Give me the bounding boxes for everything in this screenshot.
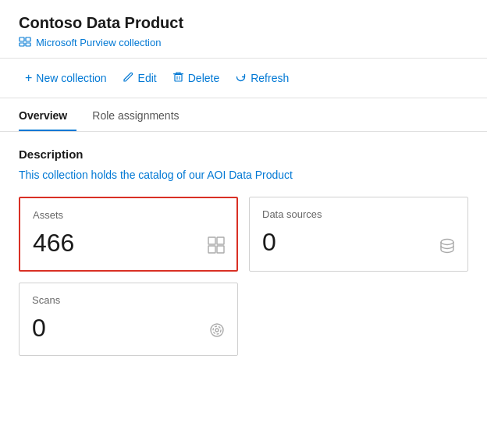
svg-point-14 <box>213 326 221 334</box>
svg-rect-1 <box>26 37 30 41</box>
refresh-label: Refresh <box>251 72 289 84</box>
scans-label: Scans <box>32 294 225 306</box>
new-collection-label: New collection <box>36 72 106 84</box>
data-sources-value: 0 <box>262 228 455 257</box>
svg-rect-9 <box>217 237 224 244</box>
tabs-bar: Overview Role assignments <box>0 101 487 132</box>
refresh-icon <box>235 71 247 85</box>
scans-card: Scans 0 <box>19 283 238 356</box>
svg-rect-0 <box>20 37 24 41</box>
assets-card: Assets 466 <box>19 197 238 272</box>
svg-point-15 <box>215 329 219 332</box>
delete-icon <box>172 71 184 85</box>
tab-overview[interactable]: Overview <box>19 101 76 131</box>
svg-rect-8 <box>208 237 215 244</box>
page-title: Contoso Data Product <box>19 14 468 32</box>
content-area: Description This collection holds the ca… <box>0 132 487 372</box>
svg-rect-5 <box>175 75 182 82</box>
svg-rect-3 <box>26 43 30 46</box>
page-header: Contoso Data Product Microsoft Purview c… <box>0 0 487 59</box>
description-heading: Description <box>19 148 468 161</box>
assets-label: Assets <box>33 209 224 221</box>
toolbar: + New collection Edit Delete <box>0 59 487 98</box>
data-sources-label: Data sources <box>262 208 455 220</box>
svg-rect-10 <box>208 246 215 253</box>
description-text: This collection holds the catalog of our… <box>19 169 468 181</box>
tab-role-assignments[interactable]: Role assignments <box>92 101 188 131</box>
svg-point-12 <box>441 240 453 245</box>
svg-rect-11 <box>217 246 224 253</box>
scans-icon <box>208 321 226 344</box>
plus-icon: + <box>25 71 32 85</box>
assets-value: 466 <box>33 229 224 258</box>
subtitle-text: Microsoft Purview collection <box>36 37 161 48</box>
scans-value: 0 <box>32 314 225 343</box>
delete-button[interactable]: Delete <box>166 66 226 90</box>
page-subtitle: Microsoft Purview collection <box>19 35 468 50</box>
data-sources-card: Data sources 0 <box>249 197 468 272</box>
refresh-button[interactable]: Refresh <box>229 66 295 90</box>
svg-rect-2 <box>20 43 24 46</box>
edit-icon <box>123 71 134 85</box>
collection-icon <box>19 35 31 50</box>
data-sources-icon <box>438 236 457 260</box>
edit-label: Edit <box>138 72 157 84</box>
cards-grid: Assets 466 Data sources 0 <box>19 197 468 356</box>
delete-label: Delete <box>188 72 219 84</box>
edit-button[interactable]: Edit <box>116 66 163 90</box>
assets-icon <box>207 236 226 259</box>
new-collection-button[interactable]: + New collection <box>19 66 113 90</box>
